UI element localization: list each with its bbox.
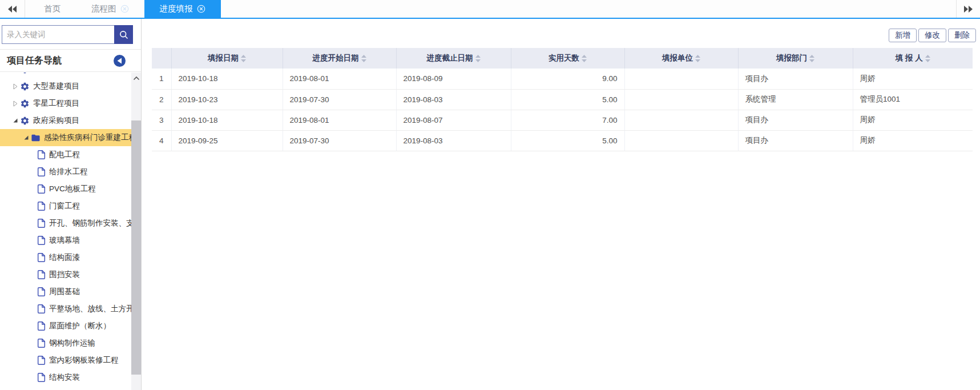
tree-toggle[interactable] (11, 118, 19, 123)
table-header-cell[interactable]: 实用天数 (511, 48, 624, 69)
sort-icon (241, 55, 246, 62)
gear-icon (20, 73, 30, 74)
document-icon (37, 270, 46, 279)
tree-item-task[interactable]: 给排水工程 (0, 163, 131, 180)
tree-item-label: PVC地板工程 (49, 184, 96, 194)
collapse-panel-button[interactable] (114, 55, 126, 67)
scroll-tabs-right-button[interactable] (956, 0, 980, 18)
tree-toggle[interactable] (22, 135, 30, 140)
tree-item-category[interactable]: 零星工程项目 (0, 95, 131, 112)
search-icon (119, 30, 129, 40)
add-button[interactable]: 新增 (889, 29, 917, 42)
scroll-up-button[interactable] (131, 73, 141, 84)
tab-strip: 首页流程图进度填报 (29, 0, 221, 18)
table-row[interactable]: 42019-09-252019-07-302019-08-035.00项目办周娇 (152, 130, 973, 151)
tree-item-label: 大型基建项目 (33, 81, 79, 91)
close-tab-icon (197, 5, 205, 13)
search-button[interactable] (114, 25, 133, 44)
sidebar: 项目任务导航 大型基建项目零星工程项目政府采购项目感染性疾病科门诊重建工程配电工… (0, 19, 142, 390)
sort-icon (361, 55, 366, 62)
tree-item-task[interactable]: PVC地板工程 (0, 180, 131, 198)
close-tab-button[interactable] (197, 5, 205, 13)
table-row[interactable]: 12019-10-182019-08-012019-08-099.00项目办周娇 (152, 69, 973, 89)
tab-home[interactable]: 首页 (29, 0, 76, 18)
sort-icon (809, 55, 814, 62)
table-cell: 2019-08-09 (396, 69, 511, 89)
table-row[interactable]: 22019-10-232019-07-302019-08-035.00系统管理管… (152, 89, 973, 110)
tree-item-task[interactable]: 门窗工程 (0, 198, 131, 215)
table-cell: 2019-08-03 (396, 89, 511, 110)
table-header-cell[interactable]: 进度截止日期 (396, 48, 511, 69)
tree-item-label: 配电工程 (49, 150, 80, 160)
document-icon (37, 202, 46, 211)
table-row[interactable]: 32019-10-182019-08-012019-08-077.00项目办周娇 (152, 110, 973, 130)
table-cell: 4 (152, 130, 171, 151)
tab-flowchart[interactable]: 流程图 (76, 0, 144, 18)
tree-item-label: 给排水工程 (49, 167, 88, 177)
tree-item-task[interactable]: 平整场地、放线、土方开挖 (0, 300, 131, 317)
tree-item-task[interactable]: 屋面维护（断水） (0, 317, 131, 335)
column-label: 进度截止日期 (427, 53, 473, 63)
scrollbar-thumb[interactable] (131, 120, 141, 375)
tree-item-label: 门窗工程 (49, 201, 80, 211)
document-icon (37, 150, 46, 159)
document-icon (37, 236, 46, 245)
search-input[interactable] (2, 25, 114, 44)
table-cell: 周娇 (853, 69, 973, 89)
tree-item-task[interactable]: 结构安装 (0, 369, 131, 386)
tree-toggle[interactable] (11, 100, 19, 107)
gear-icon (20, 99, 30, 108)
table-cell (624, 110, 738, 130)
progress-table: 填报日期进度开始日期进度截止日期实用天数填报单位填报部门填 报 人 12019-… (152, 48, 973, 151)
tree-item-category[interactable] (0, 73, 131, 78)
table-cell: 项目办 (738, 69, 853, 89)
tree-item-label: 玻璃幕墙 (49, 235, 80, 246)
tab-progress-report[interactable]: 进度填报 (144, 0, 221, 18)
tree-panel-title: 项目任务导航 (7, 55, 62, 67)
tree-item-task[interactable]: 周围基础 (0, 283, 131, 300)
tree-scrollbar[interactable] (131, 73, 141, 390)
table-cell: 5.00 (511, 130, 624, 151)
table-header-cell[interactable]: 填报单位 (624, 48, 738, 69)
double-chevron-right-icon (963, 5, 973, 13)
close-tab-button[interactable] (120, 5, 129, 13)
column-label: 填 报 人 (896, 53, 923, 63)
sort-icon (475, 55, 481, 62)
tree-item-label: 零星工程项目 (33, 98, 79, 108)
table-cell: 项目办 (738, 110, 853, 130)
table-header-cell[interactable]: 填报部门 (738, 48, 853, 69)
modify-button[interactable]: 修改 (918, 29, 946, 42)
tree-item-task[interactable]: 钢构制作运输 (0, 335, 131, 352)
collapsed-arrow-icon (13, 100, 18, 107)
tree-panel-header: 项目任务导航 (0, 49, 141, 72)
tree-item-task[interactable]: 开孔、钢筋制作安装、支模 (0, 215, 131, 232)
tree-item-task[interactable]: 围挡安装 (0, 266, 131, 283)
tree-item-task[interactable]: 配电工程 (0, 146, 131, 163)
table-cell: 周娇 (853, 110, 973, 130)
tree-item-label: 围挡安装 (49, 270, 80, 280)
tree-item-task[interactable]: 结构面漆 (0, 249, 131, 266)
tree-item-task[interactable]: 室内彩钢板装修工程 (0, 352, 131, 369)
delete-button[interactable]: 删除 (948, 29, 976, 42)
tree-item-category[interactable]: 政府采购项目 (0, 112, 131, 129)
tree-item-label: 感染性疾病科门诊重建工程 (44, 132, 131, 143)
scroll-tabs-left-button[interactable] (0, 0, 25, 18)
table-header-cell[interactable]: 填报日期 (171, 48, 283, 69)
table-cell: 2 (152, 89, 171, 110)
table-cell: 9.00 (511, 69, 624, 89)
column-label: 进度开始日期 (313, 53, 359, 63)
table-cell: 5.00 (511, 89, 624, 110)
tree-item-folder[interactable]: 感染性疾病科门诊重建工程 (0, 129, 131, 146)
tree-item-category[interactable]: 大型基建项目 (0, 78, 131, 95)
table-cell: 管理员1001 (853, 89, 973, 110)
column-label: 填报部门 (776, 53, 807, 63)
gear-icon (20, 82, 30, 91)
collapsed-arrow-icon (13, 83, 18, 90)
table-header-cell[interactable]: 进度开始日期 (283, 48, 396, 69)
gear-icon (20, 116, 30, 126)
table-header-cell[interactable]: 填 报 人 (853, 48, 973, 69)
project-task-tree: 大型基建项目零星工程项目政府采购项目感染性疾病科门诊重建工程配电工程给排水工程P… (0, 73, 131, 390)
tree-item-task[interactable]: 玻璃幕墙 (0, 232, 131, 249)
tree-toggle[interactable] (11, 83, 19, 90)
table-cell: 2019-08-07 (396, 110, 511, 130)
